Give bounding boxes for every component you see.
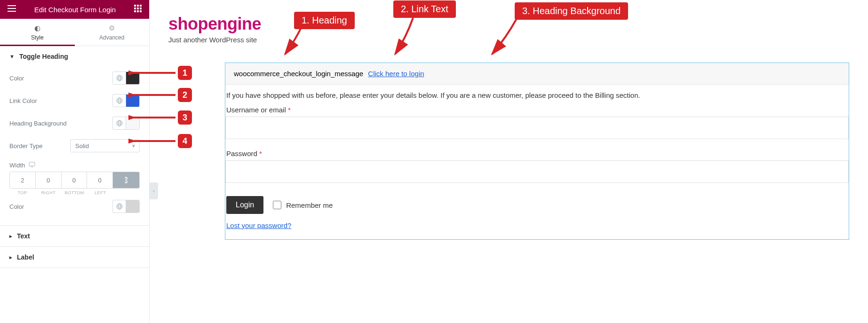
svg-rect-6 <box>134 10 136 12</box>
svg-rect-7 <box>137 10 139 12</box>
svg-rect-4 <box>137 8 139 9</box>
annotation-arrow <box>128 139 178 143</box>
annotation-callout: 3. Heading Background <box>515 2 628 20</box>
svg-rect-8 <box>140 10 142 12</box>
login-notice: woocommerce_checkout_login_message Click… <box>225 63 849 85</box>
svg-rect-1 <box>137 5 139 7</box>
section-title: Label <box>17 253 34 261</box>
width-bottom-input[interactable] <box>62 172 87 188</box>
dim-right-label: RIGHT <box>35 190 61 195</box>
width-label: Width <box>9 162 25 169</box>
remember-label: Remember me <box>286 201 333 209</box>
tab-style[interactable]: ◐ Style <box>0 19 75 46</box>
notice-message: woocommerce_checkout_login_message <box>234 70 363 78</box>
heading-bg-label: Heading Background <box>9 120 66 127</box>
section-toggle-heading[interactable]: ▼ Toggle Heading <box>0 46 149 67</box>
password-input[interactable] <box>225 160 849 183</box>
svg-rect-2 <box>140 5 142 7</box>
password-label: Password * <box>225 150 849 158</box>
tab-label: Advanced <box>99 34 124 41</box>
section-text[interactable]: ▸ Text <box>0 226 149 246</box>
svg-rect-15 <box>29 162 35 166</box>
globe-icon[interactable] <box>113 95 126 107</box>
globe-icon[interactable] <box>113 200 126 213</box>
desktop-icon[interactable] <box>29 162 35 169</box>
section-label[interactable]: ▸ Label <box>0 247 149 268</box>
color-label: Color <box>9 75 24 82</box>
annotation-callout: 2. Link Text <box>393 0 456 18</box>
border-type-label: Border Type <box>9 142 43 150</box>
globe-icon[interactable] <box>113 117 126 129</box>
remember-me[interactable]: Remember me <box>273 201 333 209</box>
annotation-arrow <box>483 14 525 59</box>
half-circle-icon: ◐ <box>34 24 40 32</box>
svg-rect-3 <box>134 8 136 9</box>
form-intro: If you have shopped with us before, plea… <box>225 91 849 106</box>
tab-label: Style <box>31 34 44 41</box>
annotation-badge: 3 <box>178 110 192 125</box>
annotation-arrow <box>128 71 178 75</box>
dim-top-label: TOP <box>9 190 35 195</box>
hamburger-icon[interactable] <box>8 5 16 14</box>
globe-icon[interactable] <box>113 72 126 84</box>
svg-rect-5 <box>140 8 142 9</box>
dim-left-label: LEFT <box>88 190 113 195</box>
annotation-badge: 2 <box>178 88 192 102</box>
border-color-control <box>112 200 140 213</box>
svg-rect-0 <box>134 5 136 7</box>
login-button[interactable]: Login <box>226 196 263 214</box>
panel-title: Edit Checkout Form Login <box>34 6 116 14</box>
width-top-input[interactable] <box>10 172 35 188</box>
caret-down-icon: ▼ <box>9 54 15 59</box>
section-title: Text <box>17 232 30 240</box>
annotation-arrow <box>128 115 178 120</box>
link-color-label: Link Color <box>9 97 37 104</box>
caret-right-icon: ▸ <box>9 254 12 260</box>
dim-bottom-label: BOTTOM <box>62 190 88 195</box>
tab-advanced[interactable]: ⚙ Advanced <box>75 19 150 46</box>
link-values-button[interactable] <box>113 172 139 188</box>
annotation-arrow <box>128 93 178 97</box>
username-input[interactable] <box>225 117 849 139</box>
annotation-badge: 1 <box>178 66 192 80</box>
border-color-label: Color <box>9 203 24 210</box>
caret-right-icon: ▸ <box>9 233 12 239</box>
annotation-arrow <box>385 14 422 59</box>
annotation-callout: 1. Heading <box>294 12 355 29</box>
lost-password-link[interactable]: Lost your password? <box>225 221 292 229</box>
width-right-input[interactable] <box>36 172 61 188</box>
apps-icon[interactable] <box>134 5 142 14</box>
border-color-swatch[interactable] <box>126 200 139 213</box>
gear-icon: ⚙ <box>109 24 115 32</box>
section-title: Toggle Heading <box>19 53 68 60</box>
login-toggle-link[interactable]: Click here to login <box>368 70 424 78</box>
remember-checkbox[interactable] <box>273 201 281 209</box>
username-label: Username or email * <box>225 106 849 114</box>
annotation-badge: 4 <box>178 134 192 148</box>
width-left-input[interactable] <box>87 172 112 188</box>
